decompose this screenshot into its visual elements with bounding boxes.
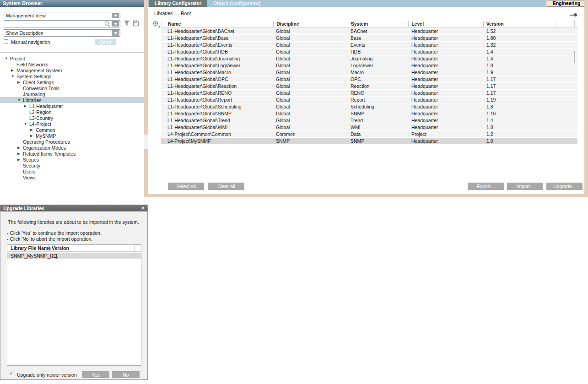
breadcrumb-section[interactable]: Libraries: [154, 11, 173, 16]
description-selector[interactable]: Show Description: [4, 29, 120, 37]
tree-arrow-icon[interactable]: [17, 157, 23, 162]
table-row[interactable]: L1-Headquarter\Global\OPC Global OPC Hea…: [161, 76, 577, 82]
search-icon: [104, 21, 110, 27]
file-table: Library File Name Version SNMP_MySNMP_HQ…: [7, 244, 141, 366]
table-row[interactable]: L1-Headquarter\Global\RENO Global RENO H…: [161, 90, 577, 96]
tree-item[interactable]: MySNMP: [0, 133, 144, 139]
tree-arrow-icon[interactable]: [17, 151, 23, 156]
tree-item[interactable]: Related Items Templates: [0, 151, 144, 157]
manual-navigation-checkbox[interactable]: [4, 39, 8, 44]
table-row[interactable]: L1-Headquarter\Global\Scheduling Global …: [161, 103, 577, 110]
column-header-file-name[interactable]: Library File Name: [7, 245, 48, 251]
search-input[interactable]: [4, 21, 104, 27]
panel-border-right: [584, 0, 588, 197]
tree-item[interactable]: Views: [0, 174, 144, 180]
upgrade-only-newer-checkbox[interactable]: ✓: [9, 373, 13, 377]
table-row[interactable]: L1-Headquarter\Global\LogViewer Global L…: [161, 62, 577, 69]
tree-item[interactable]: L4-Project: [0, 121, 144, 127]
action-buttons: Export...Import...Upgrade...: [468, 183, 583, 190]
panel-splitter[interactable]: [144, 0, 148, 197]
action-button[interactable]: Export...: [468, 183, 504, 190]
search-field[interactable]: [4, 20, 120, 27]
column-header-name[interactable]: Name: [162, 21, 273, 27]
engineering-mode-button[interactable]: Engineering: [547, 0, 586, 7]
tree-item[interactable]: Journaling: [0, 91, 144, 97]
action-button[interactable]: Import...: [507, 183, 543, 190]
tree-item-label: Common: [36, 127, 55, 133]
table-row[interactable]: L1-Headquarter\Global\Journaling Global …: [161, 55, 577, 62]
table-scrollbar[interactable]: [574, 51, 575, 63]
tree-item[interactable]: Client Settings: [0, 79, 144, 85]
table-row[interactable]: L1-Headquarter\Global\HDB Global HDB Hea…: [161, 49, 577, 55]
tree-item[interactable]: Organization Modes: [0, 145, 144, 151]
table-row[interactable]: L1-Headquarter\Global\Trend Global Trend…: [161, 117, 577, 124]
tree-item[interactable]: L3-Country: [0, 115, 144, 121]
column-header-level[interactable]: Level: [408, 21, 483, 27]
tree-arrow-icon[interactable]: [17, 146, 23, 150]
action-button[interactable]: Upgrade...: [546, 183, 583, 190]
yes-button[interactable]: Yes: [82, 371, 109, 378]
tree-item[interactable]: System Settings: [0, 73, 144, 79]
selection-button[interactable]: Clear all: [208, 183, 244, 190]
workspace-tab[interactable]: Library Configurator: [149, 0, 207, 7]
column-header-system[interactable]: System: [348, 21, 409, 27]
no-button[interactable]: No: [112, 371, 140, 378]
tree-item[interactable]: L2-Region: [0, 109, 144, 115]
workspace-tab[interactable]: Object Configurator: [207, 0, 264, 7]
breadcrumb-item[interactable]: Root: [181, 11, 191, 16]
table-row[interactable]: L4-Project\MySNMP SNMP SNMP Headquarter …: [161, 138, 577, 144]
tree-item-label: L4-Project: [29, 121, 51, 127]
column-header-discipline[interactable]: Discipline: [273, 21, 347, 27]
column-header-version[interactable]: Version: [48, 245, 68, 251]
table-row[interactable]: L1-Headquarter\Global\Reaction Global Re…: [161, 83, 577, 89]
system-browser-title: System Browser: [0, 0, 144, 7]
save-icon[interactable]: [133, 20, 139, 27]
pin-icon[interactable]: [570, 13, 577, 17]
selection-button[interactable]: Select all: [168, 183, 204, 190]
cell-system: Scheduling: [348, 104, 409, 109]
tree-item[interactable]: Project: [0, 55, 144, 61]
tree-arrow-icon[interactable]: [30, 134, 36, 138]
table-row[interactable]: L1-Headquarter\Global\Base Global Base H…: [161, 35, 577, 41]
tree-item[interactable]: Operating Procedures: [0, 139, 144, 145]
row-selector-icon[interactable]: [153, 21, 160, 28]
send-button[interactable]: Send: [95, 39, 116, 45]
description-selector-dropdown-icon[interactable]: [112, 30, 119, 36]
table-row[interactable]: L1-Headquarter\Global\WMI Global WMI Hea…: [161, 124, 577, 130]
tree-item[interactable]: Security: [0, 162, 144, 168]
cell-system: OPC: [348, 76, 409, 82]
splitter-handle[interactable]: [144, 134, 148, 150]
tree-item[interactable]: Users: [0, 168, 144, 174]
tree-arrow-icon[interactable]: [11, 74, 16, 78]
column-header-version[interactable]: Version: [483, 21, 556, 27]
table-row[interactable]: L1-Headquarter\Global\Macro Global Macro…: [161, 69, 577, 76]
filter-icon[interactable]: [124, 20, 130, 27]
tree-arrow-icon[interactable]: [5, 56, 10, 60]
table-row[interactable]: L1-Headquarter\Global\Report Global Repo…: [161, 97, 577, 103]
tree-arrow-icon[interactable]: [17, 80, 23, 84]
view-selector-dropdown-icon[interactable]: [112, 13, 119, 18]
tree-item[interactable]: Libraries: [0, 97, 144, 103]
tree-item[interactable]: Management System: [0, 67, 144, 73]
file-table-row[interactable]: SNMP_MySNMP_HQ 1.1: [7, 253, 141, 259]
table-row[interactable]: L1-Headquarter\Global\Events Global Even…: [161, 42, 577, 48]
view-selector[interactable]: Management View: [4, 12, 120, 19]
search-dropdown-icon[interactable]: [112, 21, 119, 27]
table-row[interactable]: L4-Project\Common\Common Common Data Pro…: [161, 131, 577, 137]
table-row[interactable]: L1-Headquarter\Global\BACnet Global BACn…: [161, 28, 577, 34]
table-row[interactable]: L1-Headquarter\Global\SNMP Global SNMP H…: [161, 110, 577, 117]
tree-arrow-icon[interactable]: [11, 68, 16, 72]
tree-item[interactable]: Scopes: [0, 157, 144, 162]
tree-item[interactable]: Common: [0, 127, 144, 133]
close-icon[interactable]: ✕: [141, 205, 145, 211]
tree-arrow-icon[interactable]: [24, 104, 29, 108]
tree-item[interactable]: Conversion Tools: [0, 85, 144, 91]
tree-arrow-icon[interactable]: [17, 98, 23, 102]
breadcrumb-separator: -: [175, 11, 177, 16]
panel-divider: [0, 52, 144, 53]
tree-item[interactable]: Field Networks: [0, 61, 144, 67]
tree-item[interactable]: L1-Headquarter: [0, 103, 144, 109]
cell-system: Journaling: [348, 56, 409, 61]
tree-arrow-icon[interactable]: [24, 122, 29, 126]
tree-arrow-icon[interactable]: [30, 128, 36, 132]
